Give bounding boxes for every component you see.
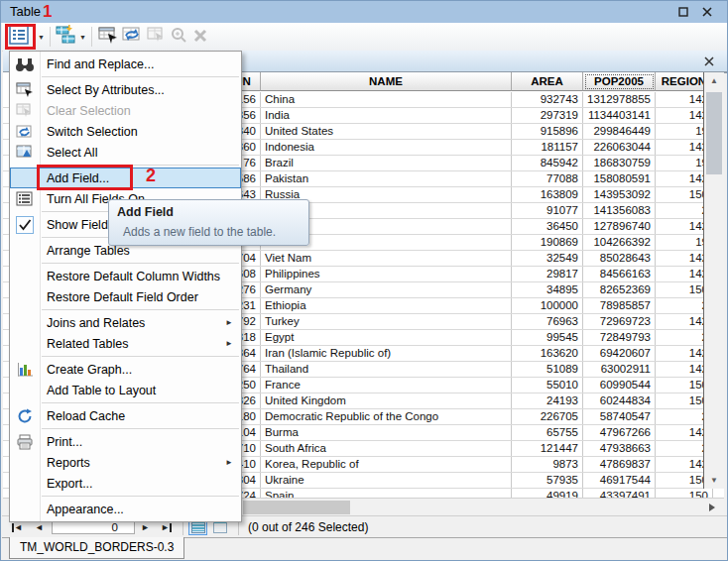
cell-area[interactable]: 77088 (512, 171, 583, 186)
cell-area[interactable]: 76963 (512, 314, 583, 329)
cell-area[interactable]: 297319 (512, 108, 583, 123)
cell-area[interactable]: 51089 (512, 362, 583, 377)
menu-item-create-graph[interactable]: Create Graph... (10, 359, 241, 380)
menu-item-select-all[interactable]: Select All (10, 142, 241, 163)
cell-area[interactable]: 915896 (512, 124, 583, 139)
cell-name[interactable]: Pakistan (261, 171, 512, 186)
cell-name[interactable]: Thailand (261, 362, 512, 377)
cell-pop2005[interactable]: 43397491 (583, 489, 656, 498)
scroll-down-arrow-icon[interactable]: ▼ (704, 472, 724, 489)
cell-pop2005[interactable]: 60244834 (583, 393, 656, 408)
cell-pop2005[interactable]: 47938663 (583, 441, 656, 456)
cell-pop2005[interactable]: 85028643 (583, 251, 656, 266)
cell-name[interactable]: Indonesia (261, 140, 512, 155)
cell-area[interactable]: 163620 (512, 346, 583, 361)
switch-selection-button[interactable] (122, 26, 142, 48)
cell-pop2005[interactable]: 69420607 (583, 346, 656, 361)
cell-name[interactable]: Brazil (261, 156, 512, 170)
cell-area[interactable]: 49919 (512, 489, 583, 498)
cell-pop2005[interactable]: 158080591 (583, 171, 656, 186)
cell-pop2005[interactable]: 1312978855 (583, 92, 656, 107)
cell-area[interactable]: 91077 (512, 203, 583, 218)
cell-name[interactable]: Burma (261, 425, 512, 440)
menu-item-print[interactable]: Print... (10, 431, 241, 452)
related-tables-button[interactable] (56, 26, 77, 48)
cell-name[interactable]: Philippines (261, 267, 512, 281)
menu-item-select-by-attributes[interactable]: Select By Attributes... (10, 79, 241, 100)
cell-area[interactable]: 65755 (512, 425, 583, 440)
cell-pop2005[interactable]: 47967266 (583, 425, 656, 440)
cell-area[interactable]: 226705 (512, 409, 583, 424)
cell-name[interactable]: France (261, 378, 512, 393)
menu-item-add-table-to-layout[interactable]: Add Table to Layout (10, 380, 241, 400)
horizontal-scrollbar-thumb[interactable] (243, 501, 350, 514)
cell-area[interactable]: 163809 (512, 187, 583, 202)
panel-close-button[interactable] (701, 54, 717, 69)
cell-pop2005[interactable]: 186830759 (583, 156, 656, 170)
cell-pop2005[interactable]: 63002911 (583, 362, 656, 377)
cell-name[interactable]: South Africa (261, 441, 512, 456)
cell-pop2005[interactable]: 78985857 (583, 298, 656, 313)
menu-item-reports[interactable]: Reports► (10, 452, 241, 473)
cell-area[interactable]: 99545 (512, 330, 583, 345)
cell-pop2005[interactable]: 141356083 (583, 203, 656, 218)
cell-name[interactable]: China (261, 92, 512, 107)
cell-pop2005[interactable]: 72849793 (583, 330, 656, 345)
cell-pop2005[interactable]: 72969723 (583, 314, 656, 329)
cell-area[interactable]: 55010 (512, 378, 583, 393)
cell-area[interactable]: 32549 (512, 251, 583, 266)
cell-area[interactable]: 34895 (512, 282, 583, 297)
menu-item-find-and-replace[interactable]: Find and Replace... (10, 54, 241, 74)
cell-name[interactable]: United States (261, 124, 512, 139)
cell-name[interactable]: Ethiopia (261, 298, 512, 313)
cell-area[interactable]: 36450 (512, 219, 583, 234)
menu-item-reload-cache[interactable]: Reload Cache (10, 405, 241, 426)
cell-area[interactable]: 932743 (512, 92, 583, 107)
cell-pop2005[interactable]: 60990544 (583, 378, 656, 393)
table-options-dropdown[interactable]: ▼ (38, 26, 45, 48)
tab-tm-world-borders[interactable]: TM_WORLD_BORDERS-0.3 (9, 537, 184, 559)
menu-item-joins-and-relates[interactable]: Joins and Relates► (10, 312, 241, 333)
cell-name[interactable]: Iran (Islamic Republic of) (261, 346, 512, 361)
menu-item-switch-selection[interactable]: Switch Selection (10, 121, 241, 142)
select-by-attributes-button[interactable] (98, 26, 118, 48)
cell-pop2005[interactable]: 47869837 (583, 457, 656, 472)
cell-area[interactable]: 24193 (512, 393, 583, 408)
close-button[interactable] (698, 4, 715, 20)
menu-item-restore-default-column-widths[interactable]: Restore Default Column Widths (10, 266, 241, 286)
cell-area[interactable]: 9873 (512, 457, 583, 472)
scroll-up-arrow-icon[interactable]: ▲ (704, 72, 724, 89)
column-header-name[interactable]: NAME (261, 72, 512, 91)
scroll-right-arrow[interactable] (703, 500, 721, 515)
maximize-button[interactable] (674, 4, 691, 20)
cell-area[interactable]: 57935 (512, 473, 583, 488)
cell-area[interactable]: 29817 (512, 267, 583, 281)
cell-name[interactable]: India (261, 108, 512, 123)
menu-item-restore-default-field-order[interactable]: Restore Default Field Order (10, 286, 241, 307)
cell-name[interactable]: Korea, Republic of (261, 457, 512, 472)
cell-name[interactable]: Viet Nam (261, 251, 512, 266)
menu-item-related-tables[interactable]: Related Tables► (10, 333, 241, 354)
cell-name[interactable]: Egypt (261, 330, 512, 345)
cell-pop2005[interactable]: 143953092 (583, 187, 656, 202)
cell-pop2005[interactable]: 1134403141 (583, 108, 656, 123)
cell-pop2005[interactable]: 46917544 (583, 473, 656, 488)
menu-item-appearance[interactable]: Appearance... (10, 499, 241, 519)
cell-pop2005[interactable]: 82652369 (583, 282, 656, 297)
cell-name[interactable]: Ukraine (261, 473, 512, 488)
cell-pop2005[interactable]: 58740547 (583, 409, 656, 424)
cell-region[interactable]: 150 (656, 489, 713, 498)
cell-name[interactable]: United Kingdom (261, 393, 512, 408)
cell-pop2005[interactable]: 84566163 (583, 267, 656, 281)
menu-item-export[interactable]: Export... (10, 473, 241, 494)
cell-area[interactable]: 181157 (512, 140, 583, 155)
cell-pop2005[interactable]: 127896740 (583, 219, 656, 234)
cell-name[interactable]: Democratic Republic of the Congo (261, 409, 512, 424)
cell-area[interactable]: 100000 (512, 298, 583, 313)
window-titlebar[interactable]: Table 1 (1, 1, 727, 23)
cell-name[interactable]: Turkey (261, 314, 512, 329)
cell-name[interactable]: Germany (261, 282, 512, 297)
vertical-scrollbar[interactable]: ▲ ▼ (703, 72, 724, 489)
cell-pop2005[interactable]: 226063044 (583, 140, 656, 155)
cell-area[interactable]: 190869 (512, 235, 583, 250)
